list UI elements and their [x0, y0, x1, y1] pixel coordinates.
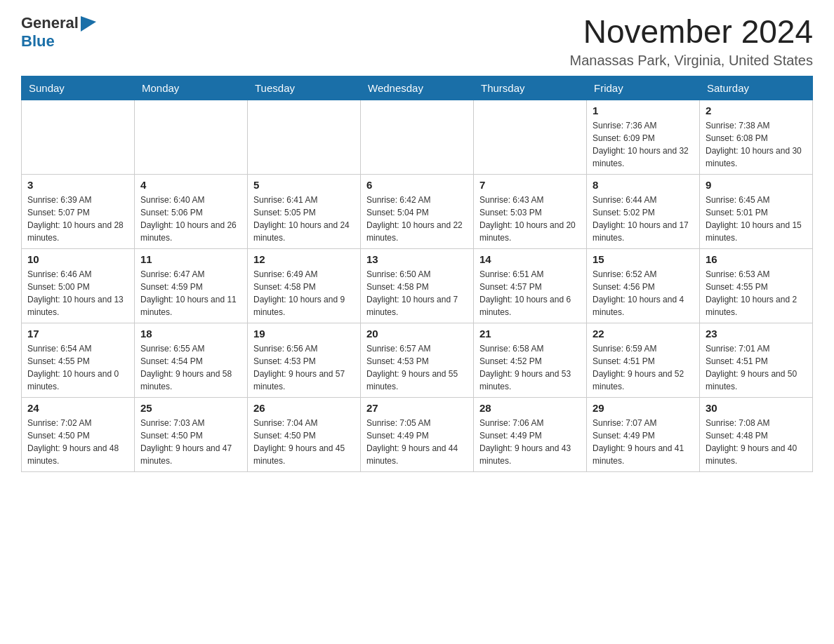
day-number: 26 [253, 402, 355, 414]
calendar-cell: 23Sunrise: 7:01 AMSunset: 4:51 PMDayligh… [700, 323, 813, 397]
calendar-cell: 25Sunrise: 7:03 AMSunset: 4:50 PMDayligh… [135, 397, 248, 471]
day-info: Sunrise: 6:52 AMSunset: 4:56 PMDaylight:… [593, 268, 694, 318]
day-info: Sunrise: 7:03 AMSunset: 4:50 PMDaylight:… [140, 417, 241, 467]
calendar-cell: 30Sunrise: 7:08 AMSunset: 4:48 PMDayligh… [700, 397, 813, 471]
day-info: Sunrise: 6:43 AMSunset: 5:03 PMDaylight:… [479, 194, 581, 244]
day-info: Sunrise: 6:40 AMSunset: 5:06 PMDaylight:… [140, 194, 241, 244]
calendar-cell: 24Sunrise: 7:02 AMSunset: 4:50 PMDayligh… [22, 397, 135, 471]
day-number: 7 [479, 179, 581, 191]
calendar-cell: 14Sunrise: 6:51 AMSunset: 4:57 PMDayligh… [474, 248, 587, 323]
day-info: Sunrise: 6:50 AMSunset: 4:58 PMDaylight:… [366, 268, 468, 318]
logo-general-text: General [21, 14, 79, 32]
day-number: 25 [140, 402, 241, 414]
day-number: 4 [140, 179, 241, 191]
calendar-cell: 21Sunrise: 6:58 AMSunset: 4:52 PMDayligh… [474, 323, 587, 397]
weekday-header-friday: Friday [587, 76, 700, 100]
weekday-header-wednesday: Wednesday [361, 76, 474, 100]
calendar-cell: 18Sunrise: 6:55 AMSunset: 4:54 PMDayligh… [135, 323, 248, 397]
month-title: November 2024 [570, 14, 813, 50]
calendar-cell [135, 100, 248, 174]
day-info: Sunrise: 6:59 AMSunset: 4:51 PMDaylight:… [593, 342, 694, 393]
logo: General Blue [21, 14, 96, 51]
calendar-cell: 3Sunrise: 6:39 AMSunset: 5:07 PMDaylight… [22, 174, 135, 248]
day-number: 18 [140, 328, 241, 340]
calendar-cell: 10Sunrise: 6:46 AMSunset: 5:00 PMDayligh… [22, 248, 135, 323]
day-info: Sunrise: 7:07 AMSunset: 4:49 PMDaylight:… [593, 417, 694, 467]
logo-triangle-icon [81, 16, 96, 32]
day-info: Sunrise: 6:46 AMSunset: 5:00 PMDaylight:… [27, 268, 128, 318]
calendar-cell [361, 100, 474, 174]
day-info: Sunrise: 7:38 AMSunset: 6:08 PMDaylight:… [706, 119, 807, 170]
day-info: Sunrise: 6:45 AMSunset: 5:01 PMDaylight:… [706, 194, 807, 244]
calendar-cell: 16Sunrise: 6:53 AMSunset: 4:55 PMDayligh… [700, 248, 813, 323]
calendar-cell: 6Sunrise: 6:42 AMSunset: 5:04 PMDaylight… [361, 174, 474, 248]
calendar-cell: 22Sunrise: 6:59 AMSunset: 4:51 PMDayligh… [587, 323, 700, 397]
day-info: Sunrise: 6:56 AMSunset: 4:53 PMDaylight:… [253, 342, 355, 393]
location-title: Manassas Park, Virginia, United States [570, 53, 813, 69]
day-number: 9 [706, 179, 807, 191]
day-info: Sunrise: 7:02 AMSunset: 4:50 PMDaylight:… [27, 417, 128, 467]
calendar-cell: 8Sunrise: 6:44 AMSunset: 5:02 PMDaylight… [587, 174, 700, 248]
calendar-cell: 9Sunrise: 6:45 AMSunset: 5:01 PMDaylight… [700, 174, 813, 248]
weekday-header-monday: Monday [135, 76, 248, 100]
day-info: Sunrise: 6:51 AMSunset: 4:57 PMDaylight:… [479, 268, 581, 318]
calendar-week-row: 1Sunrise: 7:36 AMSunset: 6:09 PMDaylight… [22, 100, 813, 174]
calendar-cell: 20Sunrise: 6:57 AMSunset: 4:53 PMDayligh… [361, 323, 474, 397]
calendar-cell: 12Sunrise: 6:49 AMSunset: 4:58 PMDayligh… [248, 248, 361, 323]
calendar-week-row: 3Sunrise: 6:39 AMSunset: 5:07 PMDaylight… [22, 174, 813, 248]
calendar-cell: 2Sunrise: 7:38 AMSunset: 6:08 PMDaylight… [700, 100, 813, 174]
day-info: Sunrise: 7:05 AMSunset: 4:49 PMDaylight:… [366, 417, 468, 467]
day-info: Sunrise: 6:44 AMSunset: 5:02 PMDaylight:… [593, 194, 694, 244]
day-info: Sunrise: 6:58 AMSunset: 4:52 PMDaylight:… [479, 342, 581, 393]
calendar-cell [22, 100, 135, 174]
calendar-cell [474, 100, 587, 174]
day-number: 28 [479, 402, 581, 414]
day-number: 3 [27, 179, 128, 191]
calendar-week-row: 24Sunrise: 7:02 AMSunset: 4:50 PMDayligh… [22, 397, 813, 471]
weekday-header-sunday: Sunday [22, 76, 135, 100]
day-info: Sunrise: 7:08 AMSunset: 4:48 PMDaylight:… [706, 417, 807, 467]
weekday-header-saturday: Saturday [700, 76, 813, 100]
day-info: Sunrise: 6:47 AMSunset: 4:59 PMDaylight:… [140, 268, 241, 318]
calendar-cell: 13Sunrise: 6:50 AMSunset: 4:58 PMDayligh… [361, 248, 474, 323]
logo-blue-text: Blue [21, 32, 55, 51]
day-info: Sunrise: 6:55 AMSunset: 4:54 PMDaylight:… [140, 342, 241, 393]
calendar-header-row: SundayMondayTuesdayWednesdayThursdayFrid… [22, 76, 813, 100]
day-number: 16 [706, 253, 807, 265]
day-number: 6 [366, 179, 468, 191]
calendar-cell: 4Sunrise: 6:40 AMSunset: 5:06 PMDaylight… [135, 174, 248, 248]
day-number: 15 [593, 253, 694, 265]
day-number: 21 [479, 328, 581, 340]
day-number: 2 [706, 105, 807, 116]
calendar-cell: 28Sunrise: 7:06 AMSunset: 4:49 PMDayligh… [474, 397, 587, 471]
calendar-cell: 29Sunrise: 7:07 AMSunset: 4:49 PMDayligh… [587, 397, 700, 471]
day-info: Sunrise: 7:04 AMSunset: 4:50 PMDaylight:… [253, 417, 355, 467]
day-info: Sunrise: 6:54 AMSunset: 4:55 PMDaylight:… [27, 342, 128, 393]
calendar-table: SundayMondayTuesdayWednesdayThursdayFrid… [21, 76, 813, 472]
day-number: 30 [706, 402, 807, 414]
calendar-cell: 7Sunrise: 6:43 AMSunset: 5:03 PMDaylight… [474, 174, 587, 248]
title-block: November 2024 Manassas Park, Virginia, U… [570, 14, 813, 69]
day-number: 24 [27, 402, 128, 414]
day-info: Sunrise: 6:41 AMSunset: 5:05 PMDaylight:… [253, 194, 355, 244]
calendar-cell [248, 100, 361, 174]
weekday-header-thursday: Thursday [474, 76, 587, 100]
day-number: 17 [27, 328, 128, 340]
day-info: Sunrise: 7:36 AMSunset: 6:09 PMDaylight:… [593, 119, 694, 170]
calendar-cell: 1Sunrise: 7:36 AMSunset: 6:09 PMDaylight… [587, 100, 700, 174]
calendar-cell: 19Sunrise: 6:56 AMSunset: 4:53 PMDayligh… [248, 323, 361, 397]
day-number: 13 [366, 253, 468, 265]
day-number: 10 [27, 253, 128, 265]
day-number: 27 [366, 402, 468, 414]
day-number: 1 [593, 105, 694, 116]
svg-marker-0 [81, 16, 96, 32]
day-info: Sunrise: 7:01 AMSunset: 4:51 PMDaylight:… [706, 342, 807, 393]
calendar-cell: 27Sunrise: 7:05 AMSunset: 4:49 PMDayligh… [361, 397, 474, 471]
calendar-cell: 15Sunrise: 6:52 AMSunset: 4:56 PMDayligh… [587, 248, 700, 323]
day-info: Sunrise: 6:53 AMSunset: 4:55 PMDaylight:… [706, 268, 807, 318]
day-number: 8 [593, 179, 694, 191]
day-number: 11 [140, 253, 241, 265]
day-info: Sunrise: 6:49 AMSunset: 4:58 PMDaylight:… [253, 268, 355, 318]
day-number: 29 [593, 402, 694, 414]
day-number: 23 [706, 328, 807, 340]
